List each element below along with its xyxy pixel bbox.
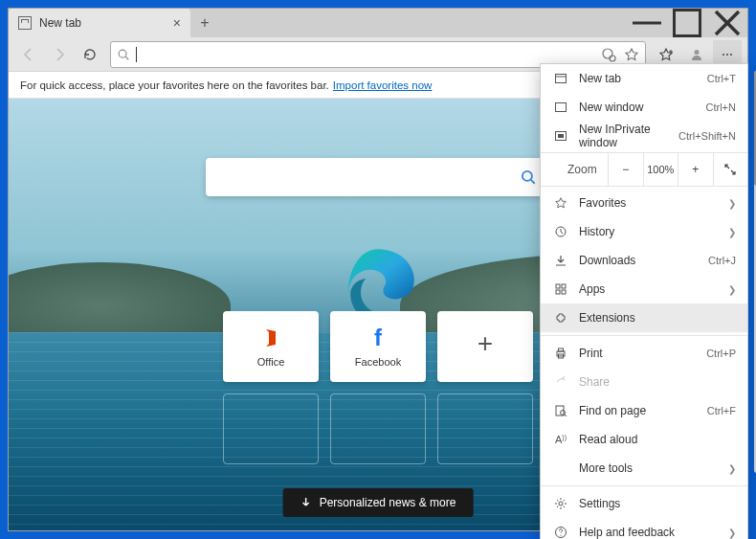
- svg-point-7: [610, 56, 615, 61]
- share-icon: [552, 375, 569, 389]
- svg-rect-27: [559, 348, 564, 351]
- chevron-right-icon: ❯: [728, 284, 736, 295]
- add-quick-link[interactable]: +: [437, 311, 533, 382]
- quick-links-row-2: [223, 393, 533, 464]
- menu-label: New tab: [579, 72, 707, 85]
- menu-downloads[interactable]: Downloads Ctrl+J: [541, 246, 747, 275]
- forward-button[interactable]: [45, 40, 74, 69]
- svg-rect-20: [558, 134, 564, 138]
- menu-share: Share: [541, 368, 747, 396]
- read-aloud-icon: A)): [552, 434, 569, 445]
- empty-tile[interactable]: [330, 393, 426, 464]
- svg-rect-25: [562, 290, 566, 294]
- browser-tab[interactable]: New tab ×: [9, 9, 190, 37]
- menu-find[interactable]: Find on page Ctrl+F: [541, 396, 747, 425]
- arrow-down-icon: [300, 497, 312, 508]
- menu-label: Favorites: [579, 196, 728, 210]
- menu-label: Help and feedback: [579, 526, 728, 539]
- import-favorites-link[interactable]: Import favorites now: [333, 79, 433, 91]
- svg-rect-1: [675, 11, 700, 36]
- svg-line-31: [565, 415, 567, 416]
- office-icon: [259, 326, 282, 350]
- new-tab-button[interactable]: +: [190, 9, 219, 37]
- menu-settings[interactable]: Settings: [541, 489, 747, 518]
- page-search-box[interactable]: [206, 158, 550, 196]
- svg-point-30: [561, 411, 566, 415]
- menu-label: Find on page: [579, 404, 707, 417]
- text-cursor: [136, 47, 137, 62]
- search-icon: [117, 48, 130, 61]
- download-icon: [552, 254, 569, 267]
- close-window-button[interactable]: [707, 9, 747, 37]
- svg-point-12: [726, 54, 728, 56]
- svg-point-10: [695, 50, 700, 55]
- chevron-right-icon: ❯: [728, 227, 736, 237]
- refresh-button[interactable]: [76, 40, 104, 69]
- menu-label: Read aloud: [579, 433, 736, 446]
- menu-label: More tools: [579, 461, 728, 475]
- chevron-right-icon: ❯: [728, 463, 736, 474]
- fullscreen-button[interactable]: [713, 153, 748, 186]
- menu-label: Settings: [579, 497, 736, 510]
- menu-apps[interactable]: Apps ❯: [541, 275, 747, 303]
- quick-link-office[interactable]: Office: [223, 311, 319, 382]
- menu-print[interactable]: Print Ctrl+P: [541, 339, 747, 368]
- minimize-button[interactable]: [627, 9, 667, 37]
- menu-help[interactable]: Help and feedback ❯: [541, 518, 747, 539]
- menu-label: History: [579, 225, 728, 238]
- menu-favorites[interactable]: Favorites ❯: [541, 189, 747, 217]
- svg-point-32: [559, 502, 563, 505]
- tab-close-icon[interactable]: ×: [173, 15, 181, 31]
- menu-label: Share: [579, 375, 736, 389]
- add-favorite-icon[interactable]: [624, 47, 639, 62]
- menu-separator: [541, 335, 747, 336]
- menu-read-aloud[interactable]: A)) Read aloud: [541, 425, 747, 454]
- window-controls: [627, 9, 747, 37]
- extensions-icon: [552, 311, 569, 325]
- chevron-right-icon: ❯: [728, 528, 736, 538]
- menu-shortcut: Ctrl+P: [706, 348, 736, 359]
- menu-history[interactable]: History ❯: [541, 217, 747, 246]
- zoom-out-button[interactable]: −: [608, 153, 643, 186]
- search-icon: [520, 168, 537, 186]
- print-icon: [552, 347, 569, 360]
- window-title-bar: New tab × +: [9, 9, 747, 37]
- zoom-value: 100%: [643, 153, 678, 186]
- menu-label: New window: [579, 101, 706, 114]
- svg-line-5: [125, 56, 128, 59]
- svg-point-34: [560, 534, 561, 535]
- empty-tile[interactable]: [223, 393, 319, 464]
- back-button[interactable]: [14, 40, 43, 69]
- menu-label: Print: [579, 347, 706, 360]
- empty-tile[interactable]: [437, 393, 533, 464]
- personalized-news-button[interactable]: Personalized news & more: [283, 488, 474, 517]
- svg-rect-23: [562, 284, 566, 288]
- quick-link-facebook[interactable]: f Facebook: [330, 311, 426, 382]
- maximize-button[interactable]: [667, 9, 707, 37]
- svg-line-15: [531, 180, 535, 184]
- menu-separator: [541, 485, 747, 486]
- menu-shortcut: Ctrl+N: [706, 101, 736, 113]
- news-button-label: Personalized news & more: [320, 496, 456, 509]
- tile-label: Office: [257, 356, 285, 368]
- zoom-in-button[interactable]: +: [678, 153, 713, 186]
- menu-new-inprivate[interactable]: New InPrivate window Ctrl+Shift+N: [541, 122, 747, 150]
- tile-label: Facebook: [355, 356, 401, 368]
- facebook-icon: f: [374, 326, 382, 350]
- tracking-prevention-icon[interactable]: [601, 47, 616, 62]
- svg-rect-16: [556, 75, 567, 83]
- chevron-right-icon: ❯: [728, 198, 736, 209]
- page-icon: [18, 16, 32, 30]
- menu-new-tab[interactable]: New tab Ctrl+T: [541, 64, 747, 93]
- menu-more-tools[interactable]: More tools ❯: [541, 454, 747, 483]
- star-icon: [552, 196, 569, 210]
- favorites-prompt-text: For quick access, place your favorites h…: [20, 79, 329, 91]
- svg-point-4: [119, 50, 126, 57]
- menu-extensions[interactable]: Extensions: [541, 303, 747, 332]
- tab-title: New tab: [39, 16, 173, 30]
- menu-new-window[interactable]: New window Ctrl+N: [541, 93, 747, 122]
- svg-point-13: [730, 54, 732, 56]
- svg-rect-22: [556, 284, 560, 288]
- find-icon: [552, 404, 569, 417]
- menu-zoom: Zoom − 100% +: [541, 152, 747, 187]
